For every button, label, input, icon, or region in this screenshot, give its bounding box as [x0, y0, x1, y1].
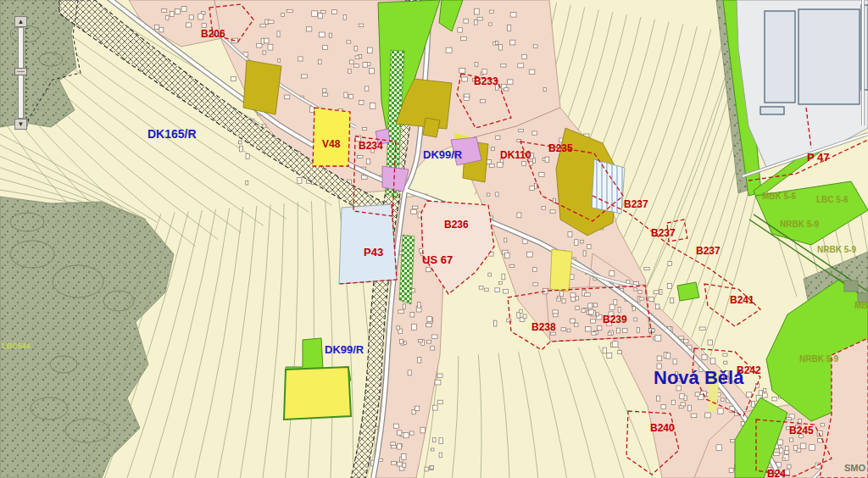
map-viewport[interactable]: B206DK165/RV48B234DK99/RB233DK110B235B23… — [0, 0, 868, 478]
zoom-slider[interactable]: ▲ ▼ — [14, 16, 27, 130]
zoom-in-button[interactable]: ▲ — [14, 16, 27, 27]
zoom-out-button[interactable]: ▼ — [14, 119, 27, 130]
map-application: B206DK165/RV48B234DK99/RB233DK110B235B23… — [0, 0, 868, 478]
map-canvas — [0, 0, 868, 478]
zoom-in-arrow-icon: ▲ — [18, 19, 25, 25]
zoom-out-arrow-icon: ▼ — [18, 121, 25, 128]
zoom-slider-handle[interactable] — [14, 68, 27, 75]
zoom-slider-track[interactable] — [18, 27, 24, 119]
